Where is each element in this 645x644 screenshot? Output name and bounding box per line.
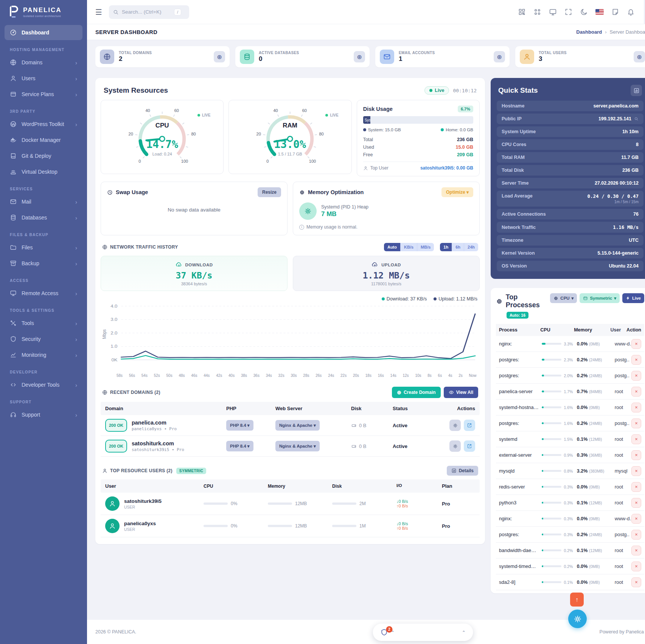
kill-process-button[interactable]: × [631,577,641,587]
svg-text:0: 0 [267,159,269,163]
process-sort-dropdown[interactable]: CPU ▾ [550,293,577,303]
unit-button-auto[interactable]: Auto [384,243,401,251]
notifications-bell-icon[interactable] [627,8,635,16]
sidebar-item-developer-tools[interactable]: Developer Tools› [5,377,82,392]
php-version-dropdown[interactable]: PHP 8.4 ▾ [226,441,253,451]
view-all-button[interactable]: View All [444,387,478,398]
dark-mode-moon-icon[interactable] [580,8,588,16]
kill-process-button[interactable]: × [631,434,641,444]
settings-floating-button[interactable] [568,610,587,628]
kill-process-button[interactable]: × [631,339,641,349]
add-button[interactable]: ⊕ [354,51,365,62]
sidebar-item-backup[interactable]: Backup› [5,256,82,271]
range-button-24h[interactable]: 24h [464,243,478,251]
chevron-up-icon[interactable]: ⌃ [462,630,465,635]
scroll-to-top-button[interactable]: ↑ [570,593,584,607]
x-tick-label: 4s [448,373,452,378]
search-box[interactable]: / [109,5,189,19]
sidebar-item-label: WordPress Toolkit [22,121,70,127]
user-name[interactable]: satoshiturk39i5 [124,498,162,504]
domain-open-button[interactable] [464,420,475,431]
status-widget-pill[interactable]: 2 ⌃ ⌃ [373,624,473,641]
kill-process-button[interactable]: × [631,498,641,508]
kill-process-button[interactable]: × [631,562,641,571]
kill-process-button[interactable]: × [631,466,641,476]
sidebar-item-docker-manager[interactable]: Docker Manager [5,132,82,148]
optimize-button[interactable]: Optimize ▾ [441,187,473,197]
monitor-icon[interactable] [549,8,557,16]
unit-button-mb-s[interactable]: MB/s [417,243,434,251]
sidebar-item-databases[interactable]: Databases› [5,210,82,225]
apps-grid-icon[interactable] [533,8,541,16]
search-icon[interactable] [634,117,639,121]
user-name[interactable]: panelica0yxs [124,521,156,526]
fullscreen-icon[interactable] [564,8,572,16]
process-row-systemd: systemd1.5%0.1% (12MB)root× [496,431,644,447]
sidebar-item-service-plans[interactable]: Service Plans› [5,87,82,102]
sidebar-item-users[interactable]: Users› [5,71,82,86]
brand-logo[interactable]: PANELICA isolated contol architecture [0,0,87,24]
sidebar-item-support[interactable]: Support› [5,407,82,422]
sidebar-item-files[interactable]: Files› [5,240,82,255]
kill-process-button[interactable]: × [631,403,641,412]
bar-chart-icon[interactable] [631,85,642,96]
kill-process-button[interactable]: × [631,387,641,397]
qr-code-icon[interactable] [518,8,526,16]
download-bytes: 38364 bytes/s [101,282,287,286]
x-tick-label: 32s [278,373,284,378]
live-status-pill[interactable]: Live [424,86,449,95]
sidebar-item-tools[interactable]: Tools› [5,316,82,331]
range-button-1h[interactable]: 1h [440,243,452,251]
sidebar-item-remote-access[interactable]: Remote Access› [5,286,82,301]
web-server-dropdown[interactable]: Nginx & Apache ▾ [275,441,320,451]
kill-process-button[interactable]: × [631,514,641,524]
main-area: ☰ / Panelica R [87,0,645,644]
sidebar-item-mail[interactable]: Mail› [5,194,82,209]
swap-resize-button[interactable]: Resize [258,187,281,197]
create-domain-button[interactable]: ⊕Create Domain [392,387,440,398]
domain-name[interactable]: satoshiturk.com [132,440,184,446]
web-server-dropdown[interactable]: Nginx & Apache ▾ [275,420,320,431]
x-tick-label: 58s [117,373,123,378]
domain-settings-button[interactable] [449,420,461,431]
details-button[interactable]: Details [447,466,478,476]
php-version-dropdown[interactable]: PHP 8.4 ▾ [226,420,253,431]
kill-process-button[interactable]: × [631,530,641,540]
sidebar-item-monitoring[interactable]: Monitoring› [5,347,82,362]
process-mode-dropdown[interactable]: Symmetric ▾ [580,293,620,303]
x-tick-label: 12s [403,373,409,378]
domain-open-button[interactable] [464,440,475,452]
unit-button-kb-s[interactable]: KB/s [401,243,417,251]
sidebar-item-virtual-desktop[interactable]: Virtual Desktop [5,164,82,179]
sidebar-item-security[interactable]: Security› [5,331,82,347]
shield-alert-icon[interactable]: 2 [381,628,388,636]
domain-settings-button[interactable] [449,440,461,452]
disk-top-user-label: Top User [370,165,389,171]
disk-top-user-link[interactable]: satoshiturk39i5: 0.00 GB [420,165,473,171]
range-button-6h[interactable]: 6h [452,243,464,251]
metric-cell: 1M [332,523,396,529]
add-button[interactable]: ⊕ [494,51,505,62]
kill-process-button[interactable]: × [631,355,641,365]
domain-name[interactable]: panelica.com [132,420,177,426]
process-live-button[interactable]: Live [622,293,644,303]
add-button[interactable]: ⊕ [634,51,645,62]
docker-icon [10,137,17,143]
sidebar-item-git-deploy[interactable]: Git & Deploy [5,148,82,163]
add-button[interactable]: ⊕ [214,51,225,62]
search-input[interactable] [122,9,171,15]
kill-process-button[interactable]: × [631,546,641,555]
process-row-postgres: postgres:0.3%0.2% (24MB)postg..× [496,527,644,543]
sidebar-item-domains[interactable]: Domains› [5,55,82,70]
sidebar-item-wordpress-toolkit[interactable]: WordPress Toolkit› [5,117,82,132]
language-flag-us-icon[interactable] [595,9,604,15]
breadcrumb-dashboard[interactable]: Dashboard [576,29,602,35]
kill-process-button[interactable]: × [631,482,641,492]
quick-stat-public-ip: Public IP199.192.25.141 [497,114,643,124]
kill-process-button[interactable]: × [631,371,641,381]
sidebar-item-dashboard[interactable]: Dashboard [5,25,82,40]
notes-icon[interactable] [611,8,619,16]
menu-toggle-icon[interactable]: ☰ [95,8,102,17]
kill-process-button[interactable]: × [631,450,641,460]
kill-process-button[interactable]: × [631,418,641,428]
